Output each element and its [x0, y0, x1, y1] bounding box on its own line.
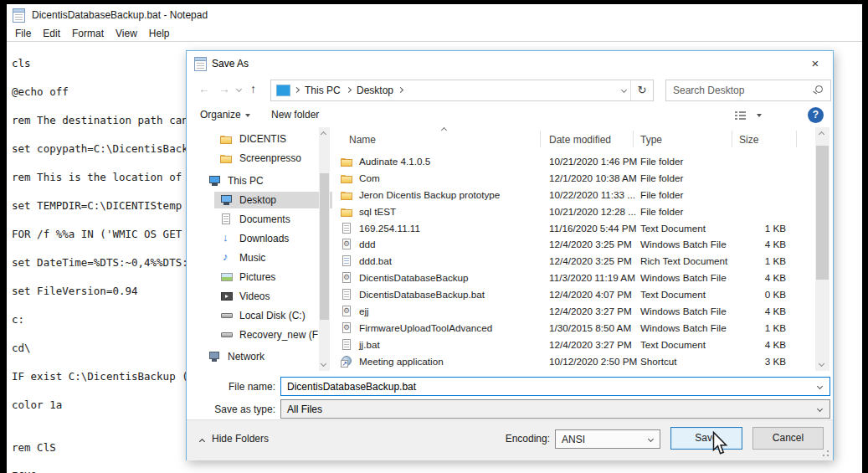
breadcrumb-desktop[interactable]: Desktop	[357, 85, 393, 96]
file-row[interactable]: FirmwareUploadToolAdvanced 1/30/2015 8:5…	[336, 320, 815, 337]
file-name-row: File name: DicentisDatabaseBackup.bat	[187, 377, 833, 397]
column-header-name[interactable]: Name	[349, 134, 376, 146]
close-button[interactable]: ×	[798, 51, 833, 75]
file-icon	[341, 155, 354, 168]
sidebar-item[interactable]: Network	[187, 348, 332, 365]
chevron-down-icon[interactable]	[817, 406, 823, 412]
file-date-modified: 12/4/2020 3:25 PM	[549, 239, 632, 249]
file-name: Audinate 4.1.0.5	[359, 156, 430, 167]
scroll-up-icon[interactable]	[819, 131, 824, 137]
sidebar-item[interactable]: Pictures	[187, 269, 332, 285]
sidebar-item-icon	[220, 328, 234, 342]
column-divider	[540, 131, 541, 147]
window-title: DicentisDatabaseBackup.bat - Notepad	[32, 9, 208, 21]
file-row[interactable]: jj.bat 12/4/2020 3:27 PM Text Document 4…	[336, 337, 815, 353]
file-row[interactable]: Meeting application 10/12/2020 2:50 PM S…	[336, 353, 815, 370]
file-type: File folder	[640, 206, 683, 217]
cancel-button[interactable]: Cancel	[752, 427, 824, 450]
sidebar-item-icon	[220, 290, 234, 303]
recent-locations-chevron-icon[interactable]	[236, 86, 242, 92]
organize-button[interactable]: Organize	[200, 109, 250, 121]
file-row[interactable]: DicentisDatabaseBackup.bat 12/4/2020 4:0…	[336, 286, 815, 303]
file-list: Name Date modified Type Size Audinate 4.…	[336, 127, 815, 371]
scroll-up-icon[interactable]	[321, 131, 326, 137]
dialog-footer: Hide Folders Encoding: ANSI Save Cancel	[187, 419, 833, 460]
file-size: 1 KB	[687, 223, 786, 234]
menu-item[interactable]: Format	[72, 28, 104, 39]
save-as-type-select[interactable]: All Files	[280, 399, 830, 419]
address-bar[interactable]: This PC Desktop ↻	[270, 80, 654, 101]
this-pc-icon	[276, 85, 290, 96]
sidebar-item[interactable]: Downloads	[187, 230, 332, 247]
sidebar-item[interactable]: Local Disk (C:)	[187, 307, 332, 324]
view-options-icon[interactable]	[735, 111, 746, 121]
file-row[interactable]: ddd 12/4/2020 3:25 PM Windows Batch File…	[336, 236, 815, 253]
sidebar-item[interactable]: Screenpresso	[187, 150, 332, 167]
sidebar-item[interactable]: Recovery_new (F:)	[187, 326, 332, 343]
file-name-value: DicentisDatabaseBackup.bat	[287, 381, 416, 393]
view-options-caret-icon[interactable]	[757, 114, 762, 117]
notepad-content[interactable]: cls @echo off rem The destination path c…	[12, 56, 201, 473]
hide-folders-button[interactable]: Hide Folders	[200, 433, 269, 445]
file-date-modified: 10/21/2020 1:46 PM	[549, 156, 637, 167]
resize-grip[interactable]	[827, 455, 829, 456]
save-button[interactable]: Save	[670, 427, 742, 450]
sidebar-item[interactable]: Desktop	[187, 192, 332, 208]
column-header-type[interactable]: Type	[640, 134, 662, 146]
menu-item[interactable]: File	[15, 28, 31, 39]
dialog-titlebar[interactable]: Save As ×	[187, 51, 833, 76]
sidebar-item-icon	[220, 213, 234, 226]
scrollbar-thumb[interactable]	[320, 173, 329, 320]
file-row[interactable]: Jeron Dicentis Backup prototype 10/22/20…	[336, 187, 815, 203]
sidebar-item-label: Network	[228, 351, 265, 362]
file-size: 4 KB	[687, 339, 786, 350]
sidebar-item[interactable]: Music	[187, 249, 332, 266]
menu-item[interactable]: Edit	[43, 28, 60, 39]
file-row[interactable]: sql tEST 10/21/2020 12:28 ... File folde…	[336, 203, 815, 220]
chevron-down-icon[interactable]	[817, 383, 823, 389]
file-name: DicentisDatabaseBackup	[359, 272, 469, 283]
sidebar-item-icon	[220, 270, 234, 284]
column-header-date[interactable]: Date modified	[549, 134, 611, 146]
file-row[interactable]: ddd.bat 12/4/2020 3:25 PM Rich Text Docu…	[336, 253, 815, 270]
sidebar-item-icon	[208, 350, 222, 363]
back-button[interactable]: ←	[198, 82, 210, 95]
up-button[interactable]: ↑	[250, 82, 256, 95]
file-row[interactable]: 169.254.11.11 11/16/2020 5:44 PM Text Do…	[336, 220, 815, 237]
scroll-down-icon[interactable]	[321, 361, 326, 367]
address-dropdown-chevron-icon[interactable]	[621, 87, 627, 93]
menu-item[interactable]: Help	[149, 28, 170, 39]
encoding-select[interactable]: ANSI	[555, 429, 660, 449]
help-icon[interactable]: ?	[808, 107, 824, 123]
sidebar-item[interactable]: Documents	[187, 211, 332, 228]
file-row[interactable]: ejj 12/4/2020 3:27 PM Windows Batch File…	[336, 303, 815, 320]
file-list-header: Name Date modified Type Size	[336, 127, 815, 151]
refresh-button[interactable]: ↻	[630, 80, 653, 100]
scrollbar-thumb[interactable]	[816, 146, 829, 280]
new-folder-button[interactable]: New folder	[271, 109, 319, 121]
save-as-type-row: Save as type: All Files	[187, 399, 833, 419]
sidebar-item[interactable]: Videos	[187, 288, 332, 305]
sidebar-item[interactable]: This PC	[187, 172, 332, 189]
file-size: 0 KB	[687, 289, 786, 300]
file-icon	[341, 238, 354, 251]
file-name-input[interactable]: DicentisDatabaseBackup.bat	[280, 377, 830, 396]
file-icon	[341, 254, 354, 268]
save-as-dialog: Save As × ← → ↑ This PC Desktop ↻ Search…	[186, 50, 834, 460]
file-name: jj.bat	[359, 339, 380, 350]
file-row[interactable]: Audinate 4.1.0.5 10/21/2020 1:46 PM File…	[336, 153, 815, 170]
search-box[interactable]: Search Desktop	[665, 80, 831, 101]
menu-item[interactable]: View	[116, 28, 137, 39]
file-list-scrollbar[interactable]	[815, 127, 829, 371]
column-header-size[interactable]: Size	[739, 134, 758, 146]
file-row[interactable]: DicentisDatabaseBackup 11/3/2020 11:19 A…	[336, 270, 815, 286]
notepad-titlebar[interactable]: DicentisDatabaseBackup.bat - Notepad	[7, 4, 862, 26]
forward-button[interactable]: →	[218, 82, 230, 95]
sidebar-item-label: Screenpresso	[239, 152, 301, 164]
sidebar-scrollbar[interactable]	[319, 127, 330, 371]
scroll-down-icon[interactable]	[819, 361, 824, 367]
notepad-menubar: FileEditFormatViewHelp	[7, 26, 862, 42]
file-row[interactable]: Com 12/1/2020 10:38 AM File folder	[336, 170, 815, 187]
sidebar-item[interactable]: DICENTIS	[187, 131, 332, 147]
breadcrumb-this-pc[interactable]: This PC	[305, 85, 341, 96]
